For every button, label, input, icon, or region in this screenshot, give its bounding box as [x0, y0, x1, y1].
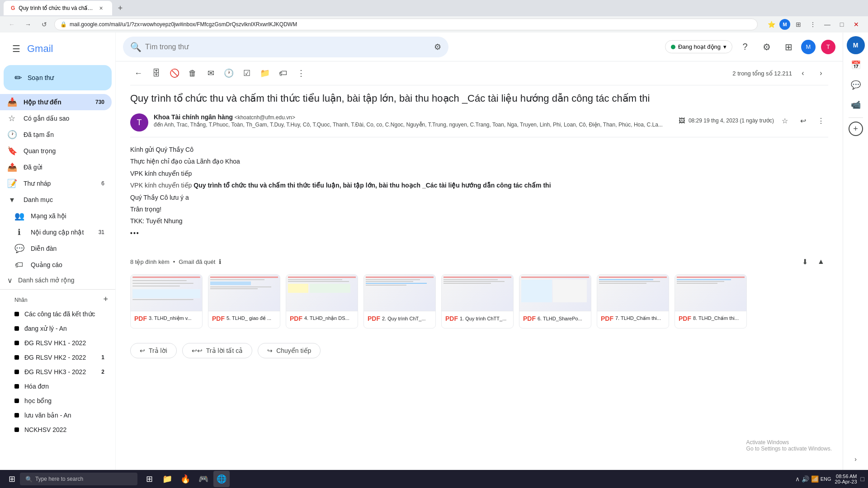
- calendar-icon[interactable]: 📅: [847, 56, 865, 74]
- profile-icon[interactable]: M: [779, 19, 790, 30]
- more-email-btn[interactable]: ⋮: [814, 113, 828, 128]
- extension-icon[interactable]: ⊞: [792, 18, 805, 31]
- close-browser-btn[interactable]: ✕: [850, 18, 863, 31]
- add-label-btn[interactable]: +: [103, 295, 108, 304]
- label-btn[interactable]: 🏷: [275, 65, 291, 81]
- taskbar-network-icon[interactable]: 📶: [811, 475, 819, 483]
- reply-all-btn[interactable]: ↩↩ Trả lời tất cả: [182, 343, 252, 358]
- taskbar-explorer-btn[interactable]: 📁: [159, 471, 175, 487]
- settings-dots-icon[interactable]: ⋮: [807, 18, 819, 31]
- attachment-3[interactable]: PDF 2. Quy trình ChT_...: [363, 274, 436, 328]
- sidebar-item-promotions[interactable]: 🏷 Quảng cáo: [0, 257, 112, 273]
- next-email-btn[interactable]: ›: [814, 66, 828, 80]
- back-to-inbox-btn[interactable]: ←: [130, 65, 146, 81]
- snooze-btn[interactable]: 🕐: [221, 65, 237, 81]
- move-to-btn[interactable]: 📁: [257, 65, 273, 81]
- add-app-btn[interactable]: +: [849, 122, 863, 136]
- new-tab-btn[interactable]: +: [114, 2, 127, 14]
- notification-area-btn[interactable]: □: [861, 475, 864, 483]
- taskbar-app-btn[interactable]: 🎮: [195, 471, 212, 487]
- attachment-0[interactable]: PDF 3. TLHD_nhiệm v...: [130, 274, 203, 328]
- attachment-5[interactable]: PDF 6. TLHD_SharePo...: [519, 274, 591, 328]
- taskbar-chevron-icon[interactable]: ∧: [795, 475, 800, 483]
- sidebar-item-updates[interactable]: ℹ Nội dung cập nhật 31: [0, 224, 112, 240]
- delete-btn[interactable]: 🗑: [184, 65, 201, 81]
- collapse-panel-btn[interactable]: ›: [849, 452, 863, 466]
- address-bar[interactable]: 🔒 mail.google.com/mail/u/1/?zx=wowhoyepz…: [54, 19, 758, 30]
- search-input[interactable]: [145, 43, 430, 51]
- taskbar-view-btn[interactable]: ⊞: [141, 471, 157, 487]
- label-item-2[interactable]: ĐG RLSV HK1 - 2022: [0, 336, 112, 350]
- chat-icon[interactable]: 💬: [847, 76, 865, 94]
- attachment-1[interactable]: PDF 5. TLHD_ giao đề ...: [208, 274, 280, 328]
- sidebar-item-snoozed[interactable]: 🕐 Đã tạm ẩn: [0, 127, 112, 143]
- taskbar-search[interactable]: 🔍 Type here to search: [20, 473, 137, 485]
- label-item-5[interactable]: Hóa đơn: [0, 379, 112, 394]
- attachment-preview-3: [364, 275, 435, 311]
- status-indicator[interactable]: Đang hoạt động ▾: [665, 40, 732, 53]
- label-item-0[interactable]: Các công tác đã kết thức: [0, 307, 112, 321]
- mark-unread-btn[interactable]: ✉: [203, 65, 219, 81]
- prev-email-btn[interactable]: ‹: [796, 66, 810, 80]
- attachments-grid: PDF 3. TLHD_nhiệm v...: [130, 274, 828, 328]
- user-avatar-m[interactable]: M: [801, 40, 816, 54]
- save-to-drive-btn[interactable]: ▲: [814, 254, 828, 269]
- expand-categories-btn[interactable]: ∨ Danh sách mở rộng: [0, 273, 115, 287]
- reply-btn[interactable]: ↩ Trả lời: [130, 343, 177, 358]
- meet-video-icon[interactable]: 📹: [847, 96, 865, 114]
- active-tab[interactable]: G Quy trình tổ chức thu và chấm t... ×: [4, 1, 112, 15]
- attachment-6[interactable]: PDF 7. TLHD_Chấm thi...: [597, 274, 669, 328]
- sidebar-item-social[interactable]: 👥 Mạng xã hội: [0, 208, 112, 224]
- star-email-btn[interactable]: ☆: [778, 113, 792, 128]
- add-to-tasks-btn[interactable]: ☑: [239, 65, 255, 81]
- more-options-btn[interactable]: •••: [130, 228, 828, 238]
- archive-btn[interactable]: 🗄: [148, 65, 165, 81]
- download-all-btn[interactable]: ⬇: [797, 254, 812, 269]
- label-item-3[interactable]: ĐG RLSV HK2 - 2022 1: [0, 350, 112, 365]
- forward-btn[interactable]: ↪ Chuyển tiếp: [258, 343, 321, 358]
- meet-icon[interactable]: M: [847, 36, 865, 54]
- taskbar-chrome-btn[interactable]: 🌐: [213, 471, 230, 487]
- filter-icon[interactable]: ⚙: [434, 42, 441, 52]
- minimize-btn[interactable]: —: [821, 18, 834, 31]
- attachment-2[interactable]: PDF 4. TLHD_nhận DS...: [286, 274, 358, 328]
- sidebar-item-starred[interactable]: ☆ Có gắn dấu sao: [0, 110, 112, 127]
- sidebar-item-drafts[interactable]: 📝 Thư nháp 6: [0, 175, 112, 192]
- sidebar-item-sent[interactable]: 📤 Đã gửi: [0, 159, 112, 175]
- label-item-8[interactable]: NCKHSV 2022: [0, 422, 112, 437]
- apps-btn[interactable]: ⊞: [779, 38, 797, 56]
- report-spam-btn[interactable]: 🚫: [166, 65, 183, 81]
- start-btn[interactable]: ⊞: [4, 471, 20, 487]
- label-dot-1: [14, 326, 19, 331]
- more-actions-btn[interactable]: ⋮: [293, 65, 309, 81]
- attachment-7[interactable]: PDF 8. TLHD_Chấm thi...: [675, 274, 747, 328]
- label-item-6[interactable]: học bổng: [0, 394, 112, 408]
- sidebar-item-inbox[interactable]: 📥 Hộp thư đến 730: [0, 94, 112, 110]
- search-icon[interactable]: 🔍: [130, 42, 142, 52]
- user-avatar[interactable]: T: [821, 40, 835, 54]
- compose-btn[interactable]: ✏ Soạn thư: [4, 65, 112, 90]
- settings-btn[interactable]: ⚙: [758, 38, 776, 56]
- label-item-4[interactable]: ĐG RLSV HK3 - 2022 2: [0, 365, 112, 379]
- taskbar-browser-btn[interactable]: 🔥: [177, 471, 193, 487]
- info-icon[interactable]: ℹ: [219, 258, 221, 265]
- forward-btn[interactable]: →: [22, 18, 34, 31]
- attachment-4[interactable]: PDF 1. Quy trình ChTT_...: [441, 274, 514, 328]
- sidebar-item-categories[interactable]: ▾ Danh mục: [0, 192, 112, 208]
- bookmark-icon[interactable]: ⭐: [765, 18, 778, 31]
- gmail-logo: ☰ Gmail: [0, 36, 115, 65]
- maximize-btn[interactable]: □: [835, 18, 848, 31]
- search-bar[interactable]: 🔍 ⚙: [123, 37, 448, 57]
- sidebar-item-important[interactable]: 🔖 Quan trọng: [0, 143, 112, 159]
- reload-btn[interactable]: ↺: [38, 18, 51, 31]
- reply-email-btn[interactable]: ↩: [796, 113, 810, 128]
- taskbar-lang-label[interactable]: ENG: [821, 476, 831, 482]
- sidebar-item-forums[interactable]: 💬 Diễn đàn: [0, 240, 112, 257]
- tab-close-btn[interactable]: ×: [97, 4, 105, 12]
- label-item-1[interactable]: đang xử lý - An: [0, 321, 112, 336]
- back-btn[interactable]: ←: [5, 18, 18, 31]
- hamburger-btn[interactable]: ☰: [7, 40, 25, 58]
- label-item-7[interactable]: lưu văn bản - An: [0, 408, 112, 422]
- help-btn[interactable]: ?: [736, 38, 754, 56]
- taskbar-volume-icon[interactable]: 🔊: [802, 475, 809, 483]
